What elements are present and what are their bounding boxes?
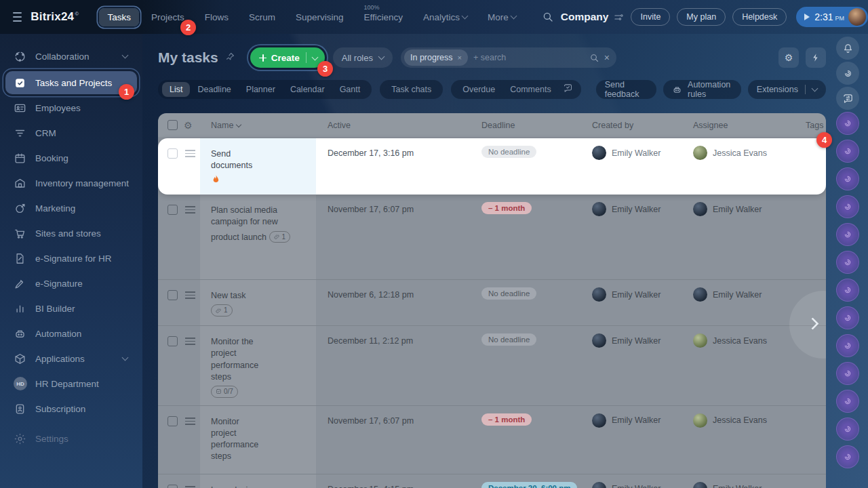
chevron-down-icon[interactable] [812,85,818,92]
nav-tab-more[interactable]: More [479,8,524,26]
copilot-row-button[interactable] [836,445,859,468]
task-name-cell[interactable]: Monitor the project performance steps 0/… [200,326,316,405]
task-name-cell[interactable]: Monitor project performance steps [200,406,316,474]
task-search-field[interactable]: In progress × + search × [401,47,616,68]
created-by-cell[interactable]: Emily Walker [583,474,682,488]
row-checkbox[interactable] [167,336,178,346]
sidebar-item-employees[interactable]: Employees [5,98,137,118]
extensions-button[interactable]: Extensions [748,80,826,99]
deadline-badge[interactable]: December 20, 6:00 pm [481,482,577,488]
nav-tab-flows[interactable]: Flows [197,8,237,26]
my-plan-button[interactable]: My plan [677,8,726,26]
sidebar-item-esignature[interactable]: e-Signature [5,273,137,293]
invite-button[interactable]: Invite [631,8,670,26]
task-row[interactable]: Send documents December 17, 3:16 pm No d… [158,138,826,195]
created-by-cell[interactable]: Emily Walker [583,195,682,216]
nav-tab-analytics[interactable]: Analytics [415,8,475,26]
company-menu[interactable]: Company [561,11,625,23]
column-header-assignee[interactable]: Assignee [682,121,806,130]
column-header-created-by[interactable]: Created by [583,121,682,130]
copilot-row-button[interactable] [836,279,859,302]
drag-handle-icon[interactable] [185,291,195,299]
copilot-row-button[interactable] [836,140,859,163]
task-row[interactable]: Plan social media campaign for new produ… [158,195,826,279]
created-by-cell[interactable]: Emily Walker [583,138,682,160]
notifications-button[interactable] [836,37,859,60]
work-timer[interactable]: 2:31 PM [796,7,868,27]
remove-filter-icon[interactable]: × [458,54,462,62]
assignee-cell[interactable]: Jessica Evans [682,406,806,428]
hamburger-menu-icon[interactable] [13,12,22,22]
deadline-badge[interactable]: No deadline [481,287,536,300]
task-name-cell[interactable]: New task 1 [200,280,316,325]
sidebar-item-hr-department[interactable]: HD HR Department [5,373,137,394]
clear-search-icon[interactable]: × [604,53,610,62]
drag-handle-icon[interactable] [185,150,195,157]
copilot-row-button[interactable] [836,251,859,274]
copilot-row-button[interactable] [836,195,859,218]
nav-tab-scrum[interactable]: Scrum [241,8,283,26]
column-header-deadline[interactable]: Deadline [470,121,583,130]
deadline-badge[interactable]: – 1 month [481,202,532,214]
drag-handle-icon[interactable] [185,486,195,488]
created-by-cell[interactable]: Emily Walker [583,326,682,348]
sidebar-item-subscription[interactable]: Subscription [5,399,137,419]
drag-handle-icon[interactable] [185,206,195,214]
copilot-button[interactable] [836,62,859,85]
pin-icon[interactable] [225,52,235,64]
assignee-cell[interactable]: Emily Walker [682,280,806,302]
sidebar-item-settings[interactable]: Settings [5,428,137,449]
select-all-checkbox[interactable] [167,120,178,130]
sidebar-item-crm[interactable]: CRM [5,123,137,143]
view-tab-list[interactable]: List [162,82,190,97]
sidebar-item-bi-builder[interactable]: BI Builder [5,298,137,319]
copilot-row-button[interactable] [836,223,859,246]
sidebar-item-inventory[interactable]: Inventory management [5,173,137,193]
copilot-row-button[interactable] [836,418,859,441]
sidebar-item-tasks-and-projects[interactable]: Tasks and Projects [5,71,137,94]
assignee-cell[interactable]: Emily Walker [682,474,806,488]
created-by-cell[interactable]: Emily Walker [583,406,682,428]
roles-dropdown[interactable]: All roles [333,47,393,68]
drag-handle-icon[interactable] [185,338,195,345]
row-checkbox[interactable] [167,148,178,159]
task-row[interactable]: Monitor project performance steps Novemb… [158,405,826,474]
deadline-badge[interactable]: No deadline [481,333,536,346]
automation-rules-button[interactable]: Automation rules [663,80,741,99]
task-name-cell[interactable]: Plan social media campaign for new produ… [200,195,316,279]
sidebar-item-collaboration[interactable]: Collaboration [5,46,137,66]
sidebar-item-applications[interactable]: Applications [5,348,137,369]
task-chats-button[interactable]: Task chats [380,80,443,99]
nav-tab-tasks[interactable]: Tasks [99,8,139,26]
copilot-row-button[interactable] [836,390,859,413]
task-row[interactable]: Monitor the project performance steps 0/… [158,325,826,405]
column-header-active[interactable]: Active [316,121,470,130]
messenger-button[interactable] [836,87,859,110]
task-name-cell[interactable]: Send documents [200,138,316,195]
grid-settings-button[interactable]: ⚙ [778,47,799,68]
row-checkbox[interactable] [167,485,178,488]
view-tab-calendar[interactable]: Calendar [283,82,332,97]
send-feedback-button[interactable]: Send feedback [596,80,656,99]
assignee-cell[interactable]: Jessica Evans [682,326,806,348]
app-logo[interactable]: Bitrix24© [31,10,79,24]
deadline-badge[interactable]: – 1 month [481,413,532,426]
sidebar-item-sites-stores[interactable]: Sites and stores [5,223,137,243]
copilot-row-button[interactable] [836,306,859,329]
search-icon[interactable] [589,53,599,63]
user-avatar[interactable] [848,8,866,26]
view-tab-deadline[interactable]: Deadline [190,82,238,97]
created-by-cell[interactable]: Emily Walker [583,280,682,302]
grid-config-gear-icon[interactable]: ⚙ [184,121,200,130]
copilot-row-button[interactable] [836,112,859,135]
filter-chip-in-progress[interactable]: In progress × [404,49,468,66]
row-checkbox[interactable] [167,290,178,300]
view-tab-gantt[interactable]: Gantt [332,82,368,97]
filter-comments[interactable]: Comments [502,82,558,97]
column-header-name[interactable]: Name [200,121,316,130]
chat-check-icon[interactable] [559,81,577,98]
sidebar-item-booking[interactable]: Booking [5,148,137,168]
task-row[interactable]: Logo design December 15, 4:15 pm Decembe… [158,474,826,488]
view-tab-planner[interactable]: Planner [239,82,283,97]
assignee-cell[interactable]: Emily Walker [682,195,806,216]
